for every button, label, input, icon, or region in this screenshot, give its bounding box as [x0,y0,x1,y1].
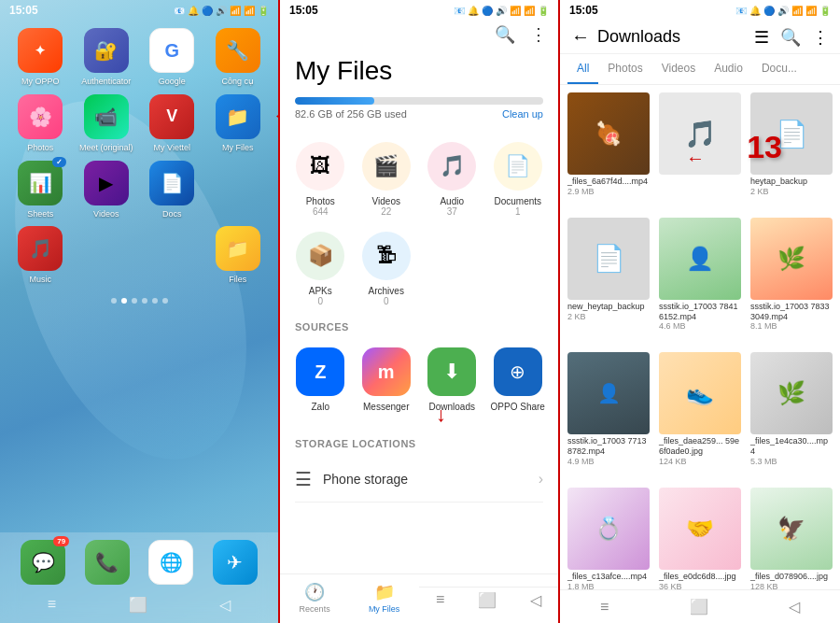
panel-myfiles: 15:05 📧 🔔 🔵 🔊 📶 📶 🔋 🔍 ⋮ My Files 82.6 GB… [280,0,560,623]
recents-icon: 🕐 [304,582,325,602]
cat-apks[interactable]: 📦 APKs 0 [287,224,354,314]
app-videos[interactable]: ▶ Videos [77,161,136,219]
dock-messages[interactable]: 💬 79 [21,540,65,585]
cat-photos[interactable]: 🖼 Photos 644 [287,135,354,224]
source-messenger[interactable]: m Messenger [354,340,420,419]
dock-icon-telegram: ✈ [213,540,258,585]
tab-documents[interactable]: Docu... [752,54,806,84]
p2-nav-items: 🕐 Recents 📁 My Files [280,582,419,614]
cat-docs[interactable]: 📄 Documents 1 [485,135,552,224]
cat-icon-videos: 🎬 [362,142,411,191]
nav-back-3[interactable]: ◁ [770,594,819,619]
app-files[interactable]: 📁 Files [209,226,268,285]
thumb-3: 📄 [567,218,650,300]
nav-home-3[interactable]: ⬜ [671,594,727,619]
sheets-badge: ✓ [52,157,66,167]
nav-menu[interactable]: ≡ [48,596,56,614]
nav-home-2[interactable]: ⬜ [478,591,497,609]
chevron-right-icon: › [539,471,543,488]
cat-archives[interactable]: 🗜 Archives 0 [354,224,420,314]
more-icon-3[interactable]: ⋮ [812,27,829,48]
app-label-myoppo: My OPPO [21,77,60,87]
app-icon-sheets: 📊 ✓ [18,161,63,205]
dock-telegram[interactable]: ✈ [213,540,258,585]
source-downloads[interactable]: ⬇ Downloads ↓ [419,340,485,419]
thumb-5: 🌿 [750,218,833,300]
storage-locations-label: STORAGE LOCATIONS [280,431,558,453]
p3-header-icons: ☰ 🔍 ⋮ [754,27,829,48]
app-myfiles[interactable]: 📁 My Files ← [209,94,268,153]
nav-myfiles[interactable]: 📁 My Files [369,582,400,614]
nav-recents[interactable]: 🕐 Recents [300,582,330,614]
app-icon-meet: 📹 [84,94,129,139]
nav-menu-2[interactable]: ≡ [436,591,444,609]
app-icon-videos: ▶ [84,161,129,205]
file-item-7[interactable]: 👟 _files_daea259... 59e6f0ade0.jpg 124 K… [655,348,745,482]
thumb-8: 🌿 [750,352,833,434]
app-photos[interactable]: 🌸 Photos [11,94,70,153]
file-item-4[interactable]: 👤 ssstik.io_17003 78416152.mp4 4.6 MB [655,214,745,347]
file-item-6[interactable]: 👤 ssstik.io_17003 77138782.mp4 4.9 MB [564,348,653,482]
cleanup-button[interactable]: Clean up [502,108,543,120]
file-item-0[interactable]: 🍖 _files_6a67f4d....mp4 2.9 MB [564,89,653,212]
app-label-viettel: My Viettel [154,143,190,153]
app-congu[interactable]: 🔧 Công cụ [209,28,268,87]
app-icon-auth: 🔐 [84,28,129,73]
app-icon-photos: 🌸 [18,94,63,139]
file-name-5: ssstik.io_17003 78333049.mp4 [750,302,833,322]
cat-count-apks: 0 [317,296,323,306]
app-sheets[interactable]: 📊 ✓ Sheets [11,161,70,219]
bottom-dock: 💬 79 📞 🌐 ✈ ≡ ⬜ ◁ [0,532,278,623]
app-myoppo[interactable]: ✦ My OPPO [11,28,70,87]
status-bar-1: 15:05 📧 🔔 🔵 🔊 📶 📶 🔋 [0,0,278,21]
cat-audio[interactable]: 🎵 Audio 37 [419,135,485,224]
nav-home[interactable]: ⬜ [129,596,147,614]
app-meet[interactable]: 📹 Meet (original) [77,94,136,153]
file-categories: 🖼 Photos 644 🎬 Videos 22 🎵 Audio 37 📄 Do… [280,123,558,314]
annotation-13-number: 13 [747,129,782,165]
file-item-8[interactable]: 🌿 _files_1e4ca30....mp4 5.3 MB [747,348,836,482]
app-icon-myfiles: 📁 [216,94,260,139]
tab-audio[interactable]: Audio [705,54,752,84]
source-icon-oppo-share: ⊕ [494,347,542,396]
file-item-5[interactable]: 🌿 ssstik.io_17003 78333049.mp4 8.1 MB [747,214,836,347]
back-button[interactable]: ← [571,26,590,48]
app-music[interactable]: 🎵 Music [11,226,70,285]
recents-label: Recents [300,604,330,614]
nav-back[interactable]: ◁ [219,596,231,614]
source-oppo-share[interactable]: ⊕ OPPO Share [485,340,552,419]
dock-phone[interactable]: 📞 [85,540,130,585]
p3-toolbar: ← Downloads ☰ 🔍 ⋮ [560,21,840,54]
status-icons-3: 📧 🔔 🔵 🔊 📶 📶 🔋 [735,6,831,16]
myfiles-nav-label: My Files [369,604,400,614]
search-icon-3[interactable]: 🔍 [780,27,801,48]
cat-videos[interactable]: 🎬 Videos 22 [354,135,420,224]
p2-bottom-nav: 🕐 Recents 📁 My Files ≡ ⬜ ◁ [280,573,558,623]
tab-videos[interactable]: Videos [652,54,705,84]
dot-1 [111,298,117,304]
file-name-8: _files_1e4ca30....mp4 [750,436,833,457]
app-docs[interactable]: 📄 Docs [143,161,202,219]
source-zalo[interactable]: Z Zalo [287,340,354,419]
app-google[interactable]: G Google [143,28,202,87]
dock-chrome[interactable]: 🌐 [148,540,193,585]
app-viettel[interactable]: V My Viettel [143,94,202,153]
nav-menu-3[interactable]: ≡ [581,595,627,619]
app-authenticator[interactable]: 🔐 Authenticator [77,28,136,87]
nav-back-2[interactable]: ◁ [530,591,541,609]
more-icon[interactable]: ⋮ [530,24,547,45]
page-title: My Files [280,49,558,97]
phone-storage-icon: ☰ [295,468,312,490]
tab-photos[interactable]: Photos [598,54,651,84]
source-label-oppo-share: OPPO Share [491,402,545,412]
storage-locations-section: ☰ Phone storage › [280,453,558,506]
thumb-9: 💍 [567,488,650,570]
app-label-congu: Công cụ [221,77,254,87]
app-label-files: Files [229,275,246,285]
list-view-icon[interactable]: ☰ [754,27,769,48]
location-phone-storage[interactable]: ☰ Phone storage › [295,457,543,503]
search-icon[interactable]: 🔍 [495,24,515,45]
tab-all[interactable]: All [567,54,598,84]
page-dots [0,292,278,309]
file-item-3[interactable]: 📄 new_heytap_backup 2 KB [564,214,653,347]
